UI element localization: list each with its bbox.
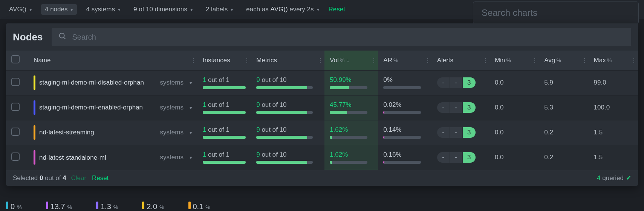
table-row[interactable]: staging-ml-demo-ml-enabled-orphan system… (6, 95, 638, 120)
instances-metric: 1 out of 1 (203, 101, 246, 114)
systems-tag[interactable]: systems (160, 79, 184, 86)
background-metric-strip: 0% 13.7% 1.3% 2.0% 0.1% (0, 202, 216, 211)
column-menu-icon[interactable]: ⋮ (581, 57, 586, 64)
node-color-bar (34, 125, 35, 140)
col-vol[interactable]: Vol%↓⋮ (324, 51, 378, 70)
max-value: 99.0 (589, 70, 638, 95)
node-name: staging-ml-demo-ml-enabled-orphan (39, 103, 156, 111)
avg-value: 0.2 (539, 120, 588, 145)
systems-tag[interactable]: systems (160, 129, 184, 136)
col-ar[interactable]: AR%⋮ (378, 51, 431, 70)
row-checkbox[interactable] (11, 128, 20, 136)
panel-footer: Selected 0 out of 4 Clear Reset 4 querie… (6, 170, 638, 186)
col-name[interactable]: Name⋮ (28, 51, 197, 70)
nodes-search-input[interactable] (72, 33, 624, 42)
node-color-bar (34, 100, 35, 115)
col-min[interactable]: Min%⋮ (490, 51, 539, 70)
column-menu-icon[interactable]: ⋮ (317, 57, 322, 64)
vol-metric: 1.62% (330, 126, 373, 139)
row-checkbox[interactable] (11, 103, 20, 111)
nodes-search-box[interactable] (52, 28, 631, 46)
labels-dropdown[interactable]: 2 labels▾ (202, 4, 237, 15)
ar-metric: 0% (383, 76, 426, 89)
column-menu-icon[interactable]: ⋮ (631, 57, 636, 64)
each-as-dropdown[interactable]: each as AVG() every 2s▾ (242, 4, 323, 15)
min-value: 0.0 (490, 145, 539, 170)
strip-tick (46, 202, 48, 209)
instances-metric: 1 out of 1 (203, 76, 246, 89)
selected-count: 0 (40, 174, 43, 182)
search-charts-input[interactable]: Search charts (473, 2, 639, 24)
vol-metric: 45.77% (330, 101, 373, 114)
max-value: 1.5 (589, 145, 638, 170)
strip-tick (6, 202, 8, 209)
row-checkbox[interactable] (11, 152, 20, 161)
systems-dropdown[interactable]: 4 systems▾ (82, 4, 124, 15)
col-alerts[interactable]: Alerts⋮ (432, 51, 490, 70)
nodes-panel: Nodes Name⋮ Instances⋮ Metrics⋮ Vol%↓⋮ A… (6, 23, 638, 186)
alerts-pill[interactable]: --3 (437, 77, 476, 88)
strip-tick (96, 202, 98, 209)
column-menu-icon[interactable]: ⋮ (190, 57, 195, 64)
systems-tag[interactable]: systems (160, 104, 184, 111)
selected-label: Selected (13, 174, 40, 182)
table-row[interactable]: nd-latest-streaming systems ▾ 1 out of 1… (6, 120, 638, 145)
chevron-down-icon[interactable]: ▾ (190, 80, 192, 86)
max-value: 100.0 (589, 95, 638, 120)
min-value: 0.0 (490, 70, 539, 95)
alerts-pill[interactable]: --3 (437, 127, 476, 138)
chevron-down-icon: ▾ (29, 7, 32, 12)
chevron-down-icon[interactable]: ▾ (190, 155, 192, 160)
metrics-metric: 9 out of 10 (256, 151, 319, 164)
search-icon (58, 32, 67, 42)
avg-value: 0.2 (539, 145, 588, 170)
ar-metric: 0.02% (383, 101, 426, 114)
node-name: nd-latest-streaming (39, 128, 156, 136)
vol-metric: 50.99% (330, 76, 373, 89)
col-metrics[interactable]: Metrics⋮ (251, 51, 324, 70)
node-name: staging-ml-demo-ml-disabled-orphan (39, 79, 156, 86)
selected-total: 4 (63, 174, 66, 182)
clear-selection-link[interactable]: Clear (71, 174, 87, 182)
column-menu-icon[interactable]: ⋮ (244, 57, 249, 64)
vol-metric: 1.62% (330, 151, 373, 164)
table-row[interactable]: nd-latest-standalone-ml systems ▾ 1 out … (6, 145, 638, 170)
col-instances[interactable]: Instances⋮ (197, 51, 251, 70)
search-charts-placeholder: Search charts (482, 8, 537, 18)
column-menu-icon[interactable]: ⋮ (482, 57, 487, 64)
metrics-metric: 9 out of 10 (256, 101, 319, 114)
col-avg[interactable]: Avg%⋮ (539, 51, 588, 70)
aggregation-dropdown[interactable]: AVG()▾ (5, 4, 36, 15)
metrics-metric: 9 out of 10 (256, 76, 319, 89)
chevron-down-icon[interactable]: ▾ (190, 130, 192, 136)
min-value: 0.0 (490, 120, 539, 145)
chevron-down-icon[interactable]: ▾ (190, 105, 192, 111)
nodes-dropdown[interactable]: 4 nodes▾ (41, 4, 77, 15)
alerts-pill[interactable]: --3 (437, 152, 476, 163)
svg-line-1 (64, 37, 66, 39)
avg-value: 5.3 (539, 95, 588, 120)
column-menu-icon[interactable]: ⋮ (371, 57, 376, 64)
chevron-down-icon: ▾ (118, 7, 121, 12)
queried-status: 4 queried✔ (597, 174, 631, 182)
col-max[interactable]: Max%⋮ (589, 51, 638, 70)
strip-tick (188, 202, 191, 209)
ar-metric: 0.16% (383, 151, 426, 164)
node-name: nd-latest-standalone-ml (39, 154, 156, 162)
column-menu-icon[interactable]: ⋮ (532, 57, 537, 64)
strip-tick (142, 202, 144, 209)
chevron-down-icon: ▾ (317, 7, 320, 12)
systems-tag[interactable]: systems (160, 154, 184, 161)
column-menu-icon[interactable]: ⋮ (425, 57, 430, 64)
metrics-metric: 9 out of 10 (256, 126, 319, 139)
table-row[interactable]: staging-ml-demo-ml-disabled-orphan syste… (6, 70, 638, 95)
ar-metric: 0.14% (383, 126, 426, 139)
alerts-pill[interactable]: --3 (437, 102, 476, 113)
reset-filters-link[interactable]: Reset (329, 6, 345, 13)
reset-selection-link[interactable]: Reset (92, 174, 109, 182)
node-color-bar (34, 75, 35, 90)
dimensions-dropdown[interactable]: 9 of 10 dimensions▾ (130, 4, 197, 15)
select-all-checkbox[interactable] (11, 55, 20, 63)
instances-metric: 1 out of 1 (203, 126, 246, 139)
row-checkbox[interactable] (11, 78, 20, 86)
